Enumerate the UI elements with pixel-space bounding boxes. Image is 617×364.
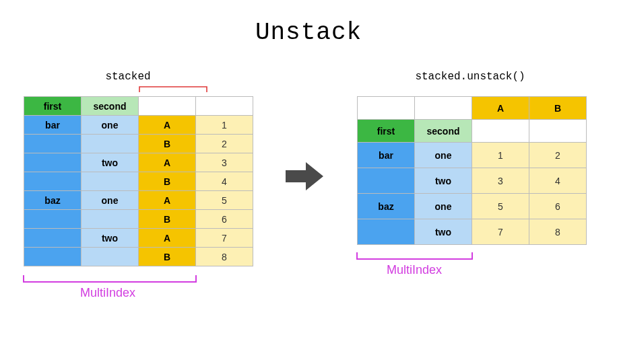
cell xyxy=(358,219,415,245)
cell: bar xyxy=(24,116,82,135)
cell: B xyxy=(139,135,196,153)
diagram-canvas: stacked first second baroneA1 B2 twoA3 B… xyxy=(0,67,617,363)
left-header-blank-2 xyxy=(196,97,253,116)
cell: A xyxy=(139,116,196,135)
cell: 7 xyxy=(196,229,253,248)
left-header-second: second xyxy=(82,97,139,116)
right-r1-blank1 xyxy=(472,120,529,143)
cell: two xyxy=(82,153,139,172)
cell: 5 xyxy=(472,194,529,219)
cell: baz xyxy=(24,191,82,210)
cell: A xyxy=(139,229,196,248)
cell xyxy=(24,172,82,191)
cell: A xyxy=(139,191,196,210)
cell: 2 xyxy=(196,135,253,153)
right-r0-blank2 xyxy=(415,97,472,120)
cell: 3 xyxy=(472,168,529,194)
cell xyxy=(24,210,82,229)
right-purple-bracket xyxy=(356,251,474,260)
cell: one xyxy=(82,116,139,135)
cell: 4 xyxy=(196,172,253,191)
cell xyxy=(24,248,82,266)
page-title: Unstack xyxy=(0,19,617,46)
right-header-second: second xyxy=(415,120,472,143)
arrow-icon xyxy=(283,159,326,196)
right-multiindex-label: MultiIndex xyxy=(374,263,455,277)
cell: B xyxy=(139,172,196,191)
cell: 6 xyxy=(196,210,253,229)
cell xyxy=(82,172,139,191)
cell: 8 xyxy=(529,219,587,245)
stacked-table: first second baroneA1 B2 twoA3 B4 bazone… xyxy=(24,96,253,266)
cell xyxy=(24,153,82,172)
cell: B xyxy=(139,210,196,229)
right-r0-blank1 xyxy=(358,97,415,120)
right-header-first: first xyxy=(358,120,415,143)
cell: two xyxy=(82,229,139,248)
cell xyxy=(358,168,415,194)
cell: A xyxy=(139,153,196,172)
cell: two xyxy=(415,219,472,245)
cell: one xyxy=(415,194,472,219)
right-col-a: A xyxy=(472,97,529,120)
cell: 1 xyxy=(472,143,529,168)
left-table-label: stacked xyxy=(88,71,168,83)
left-multiindex-label: MultiIndex xyxy=(67,286,148,300)
cell: B xyxy=(139,248,196,266)
cell: bar xyxy=(358,143,415,168)
cell: 4 xyxy=(529,168,587,194)
cell: 2 xyxy=(529,143,587,168)
cell: 3 xyxy=(196,153,253,172)
red-bracket xyxy=(138,85,208,94)
cell xyxy=(82,248,139,266)
cell: 7 xyxy=(472,219,529,245)
cell: 5 xyxy=(196,191,253,210)
right-table-label: stacked.unstack() xyxy=(396,71,544,83)
cell: one xyxy=(415,143,472,168)
cell xyxy=(82,135,139,153)
cell: 8 xyxy=(196,248,253,266)
cell: one xyxy=(82,191,139,210)
right-r1-blank2 xyxy=(529,120,587,143)
cell: 6 xyxy=(529,194,587,219)
left-header-blank-1 xyxy=(139,97,196,116)
cell: 1 xyxy=(196,116,253,135)
left-purple-bracket xyxy=(22,274,197,283)
left-header-first: first xyxy=(24,97,82,116)
cell: two xyxy=(415,168,472,194)
cell: baz xyxy=(358,194,415,219)
right-col-b: B xyxy=(529,97,587,120)
cell xyxy=(82,210,139,229)
cell xyxy=(24,135,82,153)
cell xyxy=(24,229,82,248)
unstacked-table: A B first second barone12 two34 bazone56… xyxy=(357,96,587,245)
